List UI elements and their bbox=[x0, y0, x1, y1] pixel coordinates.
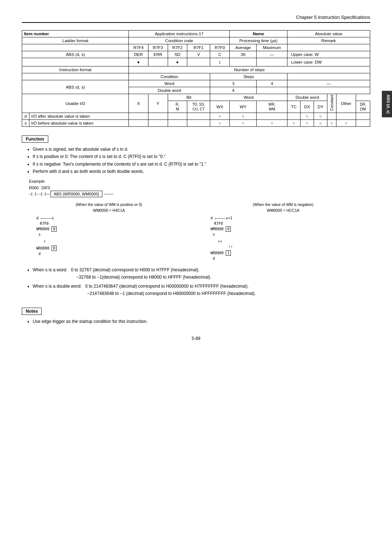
subcaption-negative: WM0000 = HCC1A bbox=[203, 208, 363, 212]
d-other bbox=[356, 113, 370, 120]
s-tdss bbox=[187, 120, 210, 127]
r000-label: R000 bbox=[29, 186, 38, 190]
waveform-section: (When the value of WM is positive or 0) … bbox=[29, 202, 363, 262]
instruction-table: Item number Application instructions-17 … bbox=[22, 30, 370, 127]
chapter-title: Chapter 5 Instruction Specifications bbox=[296, 15, 371, 20]
contact-left: —| |— bbox=[29, 191, 37, 196]
condition-header: Condition bbox=[129, 73, 210, 80]
d-tdss bbox=[187, 113, 210, 120]
s-dy: ○ bbox=[314, 120, 327, 127]
d-dx: ○ bbox=[301, 113, 314, 120]
range-word-line2: −32768 to −1(decimal) correspond to H800… bbox=[76, 275, 211, 280]
function-label: Function bbox=[22, 135, 48, 143]
caption-negative: (When the value of WM is negative) bbox=[203, 202, 363, 207]
td-ss: TD, SS,CU, CT bbox=[187, 101, 210, 113]
empty3 bbox=[22, 73, 129, 80]
d-drdm bbox=[327, 113, 336, 120]
contact-right: —| |—— bbox=[39, 191, 49, 196]
bit-label: Bit bbox=[168, 94, 210, 101]
range-word: When s is a word: 0 to 32767 (decimal) c… bbox=[33, 266, 370, 281]
dif0-label: DIF0 bbox=[41, 186, 50, 190]
c: C bbox=[210, 51, 230, 58]
average: Average bbox=[229, 44, 257, 51]
v: V bbox=[187, 51, 210, 58]
avg-val: 30 bbox=[229, 51, 257, 58]
s-other bbox=[356, 120, 370, 127]
s-label: s bbox=[22, 120, 29, 127]
wr-wm: WR,WM bbox=[257, 101, 287, 113]
maximum: Maximum bbox=[257, 44, 287, 51]
empty2 bbox=[22, 58, 129, 66]
dx: DX bbox=[301, 101, 314, 113]
range-dword-line2: −2147483648 to −1 (decimal) correspond t… bbox=[87, 291, 256, 296]
d-x bbox=[129, 113, 148, 120]
r7f0: R7F0 bbox=[210, 44, 230, 51]
dr-dm: DR,DM bbox=[356, 101, 370, 113]
ladder-format: Ladder format bbox=[22, 37, 129, 44]
word: Word bbox=[129, 80, 210, 87]
s-const: ○ bbox=[336, 120, 356, 127]
s-io-before: I/O before absolute value is taken bbox=[29, 120, 129, 127]
ladder-diagram: R000 DIF0 —| |— —| |—— ABS (WR0000, WM00… bbox=[29, 186, 363, 197]
caption-positive: (When the value of WM is positive or 0) bbox=[29, 202, 189, 207]
r-m: R,M bbox=[168, 101, 187, 113]
item-number-label: Item number bbox=[22, 31, 129, 37]
abs-ds2: ABS (d, s) bbox=[22, 80, 129, 94]
s-wrwm: ○ bbox=[257, 120, 287, 127]
d-dy: ○ bbox=[314, 113, 327, 120]
remark: Remark bbox=[287, 37, 370, 44]
s-drdm: ○ bbox=[327, 120, 336, 127]
steps-4: 4 bbox=[257, 80, 287, 87]
d-io-after: I/O after absolute value is taken bbox=[29, 113, 129, 120]
range-dword: When s is a double word: 0 to 2147483647… bbox=[33, 283, 370, 297]
wx: WX bbox=[210, 101, 230, 113]
dot-sd: ● bbox=[168, 58, 187, 66]
s-wx: ○ bbox=[210, 120, 230, 127]
r7f1: R7F1 bbox=[187, 44, 210, 51]
err: ERR bbox=[148, 51, 168, 58]
name-value: Absolute value bbox=[287, 31, 370, 37]
s-wy: ○ bbox=[229, 120, 257, 127]
example-label: Example bbox=[29, 179, 370, 183]
function-bullet-3: If s is negative: Two's complements of t… bbox=[33, 161, 370, 168]
tc: TC bbox=[287, 101, 300, 113]
s-tc: ○ bbox=[287, 120, 300, 127]
range-bullets: When s is a word: 0 to 32767 (decimal) c… bbox=[33, 266, 370, 297]
empty-cell bbox=[22, 44, 129, 51]
dot-der: ● bbox=[129, 58, 148, 66]
r7f4: R7F4 bbox=[129, 44, 148, 51]
dy: DY bbox=[314, 101, 327, 113]
note-bullet-1: Use edge trigger as the startup conditio… bbox=[33, 318, 370, 325]
function-bullet-1: Given s is signed, set the absolute valu… bbox=[33, 146, 370, 153]
dot-v bbox=[187, 58, 210, 66]
s-y bbox=[148, 120, 168, 127]
subcaption-positive: WM0000 = H4C1A bbox=[29, 208, 189, 212]
y-label: Y bbox=[148, 94, 168, 113]
d-wrwm bbox=[257, 113, 287, 120]
double-word: Double word bbox=[129, 87, 210, 94]
d-rm bbox=[168, 113, 187, 120]
word2-label: Word bbox=[210, 94, 287, 101]
condition-code: Condition code bbox=[129, 37, 230, 44]
steps-header: Steps bbox=[210, 73, 287, 80]
example-section: Example R000 DIF0 —| |— —| |—— ABS (WR00… bbox=[22, 179, 370, 197]
app-instructions: Application instructions-17 bbox=[129, 31, 230, 37]
dot-err bbox=[148, 58, 168, 66]
instruction-format: Instruction format bbox=[22, 66, 129, 73]
s-rm bbox=[168, 120, 187, 127]
x-label: X bbox=[129, 94, 148, 113]
empty-remark bbox=[287, 44, 370, 51]
waveform-positive: d ←————s R7F0 WM0000 0 s ⬇ WR0000 0 d bbox=[29, 215, 189, 256]
notes-bullets: Use edge trigger as the startup conditio… bbox=[33, 318, 370, 325]
d-wy: ○ bbox=[229, 113, 257, 120]
steps-4b: 4 bbox=[210, 87, 257, 94]
max-val: — bbox=[257, 51, 287, 58]
double-word2-label: Double word bbox=[287, 94, 327, 101]
s-x bbox=[129, 120, 148, 127]
d-const bbox=[336, 113, 356, 120]
der: DER bbox=[129, 51, 148, 58]
d-y bbox=[148, 113, 168, 120]
name-label: Name bbox=[229, 31, 287, 37]
function-bullet-2: If s is positive or 0: The content of s … bbox=[33, 153, 370, 160]
d-label: d bbox=[22, 113, 29, 120]
